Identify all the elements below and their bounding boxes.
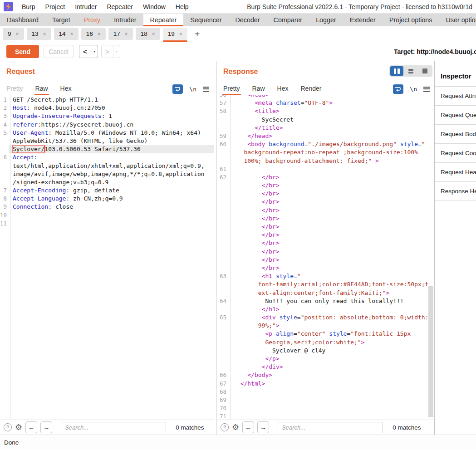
main-tab-intruder[interactable]: Intruder — [107, 14, 143, 26]
menu-item-repeater[interactable]: Repeater — [102, 3, 138, 10]
code-segment: Connection — [13, 203, 48, 210]
gear-icon[interactable]: ⚙ — [15, 423, 22, 431]
next-match-button[interactable]: → — [257, 421, 269, 433]
code-segment: </br> — [262, 231, 280, 238]
main-tab-user-options[interactable]: User options — [439, 14, 476, 26]
code-row: </h1> — [217, 305, 434, 313]
search-input[interactable] — [61, 422, 166, 433]
main-tab-logger[interactable]: Logger — [309, 14, 343, 26]
main-tab-dashboard[interactable]: Dashboard — [0, 14, 45, 26]
help-icon[interactable]: ? — [221, 423, 229, 431]
menu-item-project[interactable]: Project — [40, 3, 70, 10]
search-input[interactable] — [278, 422, 383, 433]
next-match-button[interactable]: → — [40, 421, 52, 433]
line-number — [0, 137, 9, 145]
close-tab-icon[interactable]: × — [16, 31, 19, 37]
scrollbar-thumb[interactable] — [428, 286, 433, 417]
code-row: 61 — [217, 165, 434, 173]
request-tab-raw[interactable]: Raw — [35, 83, 48, 95]
close-tab-icon[interactable]: × — [98, 31, 101, 37]
line-number — [217, 256, 229, 264]
history-back-button[interactable]: < ▾ — [79, 45, 98, 58]
code-segment: </br> — [262, 223, 280, 230]
request-editor[interactable]: 1GET /Secret.php HTTP/1.12Host: node4.bu… — [0, 95, 214, 420]
close-tab-icon[interactable]: × — [179, 31, 182, 37]
main-tab-extender[interactable]: Extender — [343, 14, 383, 26]
repeater-tab-label: 13 — [32, 30, 39, 37]
add-tab-button[interactable]: + — [190, 28, 205, 40]
repeater-tab-18[interactable]: 18× — [136, 28, 160, 40]
request-tab-pretty[interactable]: Pretty — [6, 83, 23, 95]
prev-match-button[interactable]: ← — [25, 421, 37, 433]
response-tab-hex[interactable]: Hex — [277, 83, 289, 95]
show-newlines-icon[interactable]: \n — [410, 86, 417, 93]
forward-dropdown-icon[interactable]: ▾ — [113, 45, 120, 58]
columns-layout-icon[interactable] — [390, 66, 403, 76]
line-number: 4 — [0, 121, 9, 129]
inspector-section-response-headers[interactable]: Response Headers — [435, 182, 476, 201]
send-button[interactable]: Send — [6, 45, 39, 58]
layout-toggle — [389, 65, 432, 77]
repeater-tab-16[interactable]: 16× — [81, 28, 106, 40]
main-tab-proxy[interactable]: Proxy — [77, 14, 108, 26]
request-tab-hex[interactable]: Hex — [60, 83, 72, 95]
close-tab-icon[interactable]: × — [125, 31, 128, 37]
menu-item-help[interactable]: Help — [171, 3, 194, 10]
rows-layout-icon[interactable] — [404, 66, 417, 76]
response-tab-pretty[interactable]: Pretty — [223, 83, 240, 95]
close-tab-icon[interactable]: × — [43, 31, 46, 37]
help-icon[interactable]: ? — [4, 423, 12, 431]
code-text — [9, 220, 214, 228]
show-newlines-icon[interactable]: \n — [189, 86, 196, 93]
code-text: background-repeat:no-repeat ;background-… — [229, 148, 434, 157]
code-text: </br> — [229, 181, 434, 190]
back-dropdown-icon[interactable]: ▾ — [91, 45, 98, 58]
menu-hamburger-icon[interactable] — [423, 87, 430, 92]
request-search-bar: ? ⚙ ← → 0 matches — [0, 420, 214, 435]
word-wrap-icon[interactable] — [393, 84, 403, 94]
main-tab-comparer[interactable]: Comparer — [267, 14, 309, 26]
response-tab-raw[interactable]: Raw — [252, 83, 265, 95]
gear-icon[interactable]: ⚙ — [232, 423, 239, 431]
line-number — [0, 178, 9, 186]
inspector-section-request-headers[interactable]: Request Headers — [435, 163, 476, 182]
main-tab-project-options[interactable]: Project options — [383, 14, 439, 26]
code-segment: : — [34, 154, 38, 161]
repeater-tab-9[interactable]: 9× — [3, 28, 24, 40]
code-row: </br> — [217, 181, 434, 190]
close-tab-icon[interactable]: × — [70, 31, 74, 37]
repeater-tab-19[interactable]: 19× — [163, 28, 187, 40]
main-tab-decoder[interactable]: Decoder — [229, 14, 267, 26]
inspector-section-request-cookies[interactable]: Request Cookies — [435, 144, 476, 163]
menu-item-window[interactable]: Window — [138, 3, 171, 10]
menu-hamburger-icon[interactable] — [203, 87, 209, 92]
code-segment: 103.0.5060.53 Safari/537.36 — [44, 146, 140, 152]
main-tab-sequencer[interactable]: Sequencer — [183, 14, 228, 26]
prev-match-button[interactable]: ← — [242, 421, 254, 433]
window-title: Burp Suite Professional v2022.6.1 - Temp… — [247, 3, 476, 10]
menu-item-intruder[interactable]: Intruder — [70, 3, 102, 10]
code-segment: > — [386, 289, 390, 296]
code-text: Host: node4.buuoj.cn:27050 — [9, 104, 214, 112]
response-editor[interactable]: 56<head>57<meta charset="UTF-8">58<title… — [217, 95, 434, 420]
line-number: 58 — [217, 107, 229, 115]
inspector-section-request-attributes[interactable]: Request Attributes — [435, 87, 476, 106]
main-tab-target[interactable]: Target — [45, 14, 77, 26]
inspector-section-request-query-parameters[interactable]: Request Query Parameters — [435, 106, 476, 125]
response-tab-render[interactable]: Render — [301, 83, 322, 95]
cancel-button[interactable]: Cancel — [44, 45, 74, 58]
line-number: 3 — [0, 112, 9, 120]
repeater-tab-17[interactable]: 17× — [108, 28, 133, 40]
single-layout-icon[interactable] — [418, 66, 432, 76]
status-text: Done — [4, 439, 19, 446]
main-tab-repeater[interactable]: Repeater — [143, 14, 184, 26]
line-number — [217, 280, 229, 289]
menu-item-burp[interactable]: Burp — [17, 3, 40, 10]
repeater-tab-14[interactable]: 14× — [54, 28, 79, 40]
inspector-section-request-body-parameters[interactable]: Request Body Parameters — [435, 125, 476, 144]
history-forward-button[interactable]: > ▾ — [101, 45, 120, 58]
word-wrap-icon[interactable] — [172, 84, 183, 94]
close-tab-icon[interactable]: × — [152, 31, 155, 37]
code-text: </html> — [229, 380, 434, 388]
repeater-tab-13[interactable]: 13× — [27, 28, 51, 40]
